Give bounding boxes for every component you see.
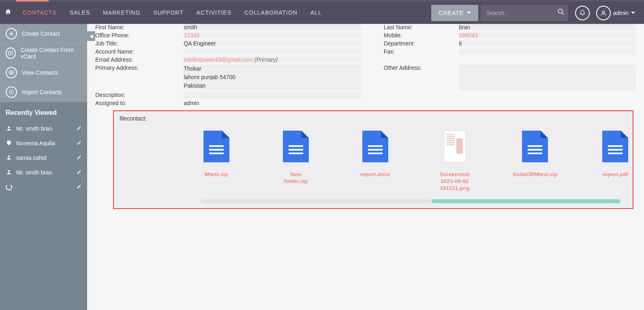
file-name: report.pdf (602, 171, 628, 178)
edit-icon[interactable] (77, 155, 81, 161)
nav-collaboration[interactable]: COLLABORATION (238, 2, 304, 24)
field-value: smith (184, 24, 361, 30)
download-icon (6, 86, 17, 98)
sidebar-action-create-contact[interactable]: Create Contact (0, 24, 87, 43)
topbar: CONTACTSSALESMARKETINGSUPPORTACTIVITIESC… (0, 2, 644, 24)
sidebar: Create ContactCreate Contact From vCardV… (0, 24, 87, 310)
collapse-handle[interactable]: ◀ (87, 31, 95, 41)
svg-point-2 (602, 11, 604, 13)
file-scrollbar[interactable] (201, 199, 620, 203)
field-label: First Name: (95, 24, 184, 30)
field-value: admin (184, 100, 361, 106)
file-name: Mtest.zip (205, 171, 228, 178)
svg-line-1 (562, 13, 564, 15)
file-item[interactable]: Screenshot 2021-09-02 161211.png (437, 131, 472, 192)
field-value: 12345 (184, 32, 361, 39)
field-value (184, 48, 361, 55)
edit-icon[interactable] (77, 170, 81, 176)
field-value (459, 48, 636, 55)
search-input[interactable] (486, 10, 557, 16)
edit-icon[interactable] (77, 140, 81, 146)
person-icon (6, 155, 12, 161)
field-value: Thokarlahore punjab 54700Pakistan (184, 65, 361, 90)
filecontact-section: filecontact: Mtest.zipNew folder.ziprepo… (113, 110, 633, 209)
recently-viewed-title: Recently Viewed (0, 102, 87, 121)
svg-point-8 (11, 72, 12, 73)
field-label: Description: (95, 92, 184, 98)
nav-marketing[interactable]: MARKETING (96, 2, 147, 24)
file-name: Screenshot 2021-09-02 161211.png (437, 171, 472, 192)
image-file-icon (444, 131, 466, 162)
file-item[interactable]: New folder.zip (278, 131, 313, 192)
field-label: Mobile: (384, 32, 459, 39)
main-content: First Name:smithLast Name:branOffice Pho… (95, 24, 644, 310)
sidebar-collapse: ◀ (87, 24, 95, 310)
sidebar-action-view-contacts[interactable]: View Contacts (0, 63, 87, 82)
plus-icon (6, 28, 17, 39)
create-button[interactable]: CREATE (431, 5, 478, 21)
field-label: Account Name: (95, 48, 184, 55)
file-name: New folder.zip (278, 171, 313, 185)
field-label: Assigned to: (95, 100, 184, 106)
user-name: admin (613, 10, 629, 16)
bell-icon (579, 9, 586, 17)
field-value: merlinqueen43@gmail.com (Primary) (184, 56, 361, 63)
nav-activities[interactable]: ACTIVITIES (190, 2, 238, 24)
field-label: Fax: (384, 48, 459, 55)
edit-icon[interactable] (77, 184, 81, 190)
file-name: SuiteCRMtest.zip (513, 171, 557, 178)
nav-support[interactable]: SUPPORT (147, 2, 190, 24)
sidebar-action-import-contacts[interactable]: Import Contacts (0, 82, 87, 102)
file-item[interactable]: Mtest.zip (199, 131, 234, 192)
create-label: CREATE (439, 10, 464, 16)
field-value (184, 92, 361, 98)
recent-item[interactable]: Noreena Aqulia (0, 136, 87, 151)
file-item[interactable]: report.pdf (598, 131, 633, 192)
chevron-down-icon (631, 12, 635, 14)
search-box[interactable] (481, 5, 568, 21)
file-item[interactable]: report.docx (358, 131, 393, 192)
recent-item[interactable]: samia zahid (0, 151, 87, 165)
shield-icon (6, 140, 12, 147)
field-value: 098543 (459, 32, 636, 39)
vcard-icon (6, 47, 16, 59)
field-value: it (459, 40, 636, 47)
spinner-icon (6, 184, 12, 190)
eye-icon (6, 67, 17, 78)
recent-item[interactable] (0, 180, 87, 194)
person-icon (6, 169, 12, 176)
search-icon[interactable] (557, 8, 565, 17)
field-value: bran (459, 24, 636, 30)
file-item[interactable]: SuiteCRMtest.zip (517, 131, 553, 192)
document-file-icon (602, 131, 628, 162)
field-label: Job Title: (95, 40, 184, 47)
sidebar-action-create-contact-from-vcard[interactable]: Create Contact From vCard (0, 43, 87, 63)
document-file-icon (283, 131, 309, 162)
field-label: Email Address: (95, 56, 184, 63)
edit-icon[interactable] (77, 126, 81, 132)
field-label: Primary Address: (95, 65, 184, 90)
svg-point-10 (8, 126, 10, 128)
field-label: Department: (384, 40, 459, 47)
document-file-icon (203, 131, 229, 162)
svg-point-11 (8, 155, 10, 157)
email-link[interactable]: merlinqueen43@gmail.com (184, 56, 253, 63)
field-label: Other Address: (384, 65, 459, 90)
notifications-button[interactable] (575, 6, 590, 20)
field-value: QA Engineer (184, 40, 361, 47)
person-icon (6, 125, 12, 132)
phone-link[interactable]: 12345 (184, 32, 199, 39)
user-avatar-icon (596, 6, 611, 20)
nav-sales[interactable]: SALES (63, 2, 96, 24)
svg-point-12 (8, 170, 10, 172)
document-file-icon (522, 131, 548, 162)
phone-link[interactable]: 098543 (459, 32, 478, 39)
recent-item[interactable]: Mr. smith bran (0, 121, 87, 136)
home-icon[interactable] (0, 8, 16, 17)
file-name: report.docx (360, 171, 390, 178)
nav-contacts[interactable]: CONTACTS (16, 2, 63, 24)
chevron-down-icon (467, 12, 471, 14)
recent-item[interactable]: Mr. smith bran (0, 165, 87, 180)
user-menu[interactable]: admin (596, 6, 641, 20)
nav-all[interactable]: ALL (304, 2, 328, 24)
